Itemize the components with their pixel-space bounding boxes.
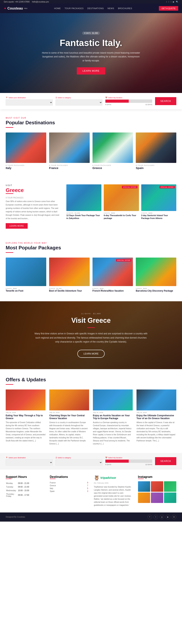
- email-text: hello@cousteau.pro: [32, 1, 49, 3]
- destinations-divider: [50, 479, 56, 479]
- packages-divider: [6, 252, 13, 253]
- greece-card-2[interactable]: SPECIAL OFFER 6 DAYS · $999 6-day Thessa…: [104, 184, 139, 229]
- hero-badge: 9 DAYS · $1,990: [82, 32, 100, 35]
- spain-count: 3: [87, 490, 88, 492]
- greece-learn-more-button[interactable]: LEARN MORE: [6, 223, 28, 229]
- hero-section: 9 DAYS · $1,990 Fantastic Italy. Home to…: [0, 13, 182, 93]
- greece-info: 9 TOUR PACKAGES Greece: [92, 163, 133, 171]
- footer-link-spain[interactable]: Spain 3: [50, 490, 88, 493]
- destinations-divider: [6, 127, 13, 128]
- greece-visit-section: Visit Greece 9 TOUR PACKAGES Over 90% of…: [0, 179, 182, 234]
- duration-slider[interactable]: [105, 100, 152, 103]
- instagram-title: Instagram: [138, 475, 177, 479]
- insta-img-6[interactable]: [164, 492, 176, 503]
- main-nav: ✦ CousteauPRO Home Tour Packages Destina…: [0, 4, 182, 13]
- offer-card-3[interactable]: July 16, 2018 Enjoy an Austria Vacation …: [93, 390, 133, 445]
- vg-cta-button[interactable]: learn more: [77, 350, 104, 358]
- insta-img-1[interactable]: [138, 481, 150, 492]
- vg-text: Many first-time visitors arrive in Greec…: [34, 332, 148, 344]
- greece-card-3-meta: 2 DAYS · $499 2-day Santorini Island Tou…: [141, 211, 176, 221]
- social-yt-icon[interactable]: ▶: [166, 515, 170, 519]
- destination-card-greece[interactable]: 9 TOUR PACKAGES Greece: [92, 132, 133, 171]
- footer-days-max: 12 DAYS: [145, 464, 152, 466]
- support-divider: [6, 479, 11, 479]
- offer-2-text: Greece is a country in southeastern Euro…: [49, 421, 89, 445]
- footer-destination-icon: 📍: [6, 457, 8, 459]
- pkg-2-meta: 8 DAYS · $1,485 Best of Seville Adventur…: [49, 286, 90, 294]
- category-icon: ☰: [56, 97, 57, 99]
- footer-category-label: ☰ Select a category: [56, 457, 102, 459]
- nav-destinations[interactable]: Destinations: [88, 7, 104, 10]
- package-card-3[interactable]: SPECIAL OFFER 6 DAYS · $590 French Rivie…: [92, 258, 133, 294]
- social-gp-icon[interactable]: g: [160, 515, 164, 519]
- tripadvisor-logo: 🦉 tripadvisor: [94, 475, 116, 480]
- time-wednesday: 10:00 - 15:00: [18, 489, 31, 492]
- destination-card-spain[interactable]: 9 TOUR PACKAGES Spain: [136, 132, 176, 171]
- category-select[interactable]: Adventure Cultural Beach: [56, 100, 102, 106]
- search-button[interactable]: search: [155, 97, 176, 105]
- greece-card-3-days: 2 DAYS · $499: [141, 212, 176, 214]
- greece-name: Greece: [92, 166, 133, 170]
- offer-card-2[interactable]: July 16, 2018 Charming Stops for Your Ce…: [49, 390, 89, 445]
- spain-name: Spain: [136, 166, 176, 170]
- offer-3-text: Austria is a German-speaking country in …: [93, 421, 133, 445]
- time-monday: 09:00 - 21:00: [18, 482, 31, 485]
- greece-card-3[interactable]: SPECIAL OFFER 2 DAYS · $499 2-day Santor…: [141, 184, 176, 229]
- yt-icon[interactable]: ▶: [173, 1, 175, 3]
- footer-destination-label: 📍 Select your destination: [6, 457, 53, 459]
- search-bar: 📍 Select your destination Italy France G…: [0, 93, 182, 109]
- packages-grid: 6 DAYS · $995 Tenerife on Foot 8 DAYS · …: [6, 258, 176, 294]
- hero-cta-button[interactable]: learn more: [77, 67, 105, 74]
- social-fb-icon[interactable]: f: [148, 515, 152, 519]
- offer-card-4[interactable]: July 16, 2018 Enjoy the Ultimate Compreh…: [137, 390, 176, 445]
- footer-destination-select[interactable]: Italy France Greece: [6, 460, 53, 466]
- nav-home[interactable]: Home: [54, 7, 61, 10]
- italy-name: Italy: [6, 166, 46, 170]
- social-in-icon[interactable]: in: [172, 515, 176, 519]
- nav-news[interactable]: News: [107, 7, 114, 10]
- vg-title: Visit Greece: [6, 316, 176, 324]
- offer-2-title: Charming Stops for Your Central Greece V…: [49, 414, 89, 420]
- social-tw-icon[interactable]: t: [154, 515, 158, 519]
- offer-card-1[interactable]: July 16, 2018 Eating Your Way Through a …: [6, 390, 45, 445]
- destination-card-france[interactable]: 9 TOUR PACKAGES France: [49, 132, 90, 171]
- insta-img-4[interactable]: [138, 492, 150, 503]
- insta-img-3[interactable]: [164, 481, 176, 492]
- package-card-4[interactable]: 5 DAYS · $435 Barcelona City Discovery P…: [136, 258, 176, 294]
- fb-icon[interactable]: : [166, 1, 167, 3]
- offer-4-date: July 16, 2018: [137, 412, 176, 414]
- greece-card-1[interactable]: 12 DAYS · $1,099 12 Days Greek Tour Pack…: [66, 184, 101, 229]
- greece-text-col: Visit Greece 9 TOUR PACKAGES Over 90% of…: [6, 184, 61, 229]
- ig-icon[interactable]: : [171, 1, 171, 3]
- package-card-1[interactable]: 6 DAYS · $995 Tenerife on Foot: [6, 258, 46, 294]
- italy-info: 9 TOUR PACKAGES Italy: [6, 163, 46, 171]
- vg-divider: [87, 327, 95, 328]
- offer-1-image: [6, 390, 45, 410]
- footer-search-bar: 📍 Select your destination Italy France G…: [0, 453, 182, 469]
- tw-icon[interactable]: : [169, 1, 169, 3]
- package-card-2[interactable]: 8 DAYS · $1,485 Best of Seville Adventur…: [49, 258, 90, 294]
- destination-select[interactable]: Italy France Greece Spain: [6, 100, 53, 106]
- nav-brochures[interactable]: Brochures: [118, 7, 132, 10]
- duration-slider-container: [105, 100, 152, 103]
- footer-bottom: Designed By Cousteau f t g ▶ in: [0, 512, 182, 522]
- footer-category-select[interactable]: [56, 460, 102, 466]
- range-labels: 6 DAYS 12 DAYS: [105, 104, 152, 106]
- search-icon[interactable]: 🔍: [176, 1, 178, 3]
- insta-img-5[interactable]: [151, 492, 163, 503]
- footer-search-button[interactable]: search: [155, 457, 176, 465]
- spain-packages: 9 TOUR PACKAGES: [136, 164, 176, 166]
- nav-cta-button[interactable]: GET A QUOTE: [159, 6, 178, 11]
- footer-link-italy[interactable]: Italy 5: [50, 487, 88, 490]
- destination-card-italy[interactable]: 9 TOUR PACKAGES Italy: [6, 132, 46, 171]
- packages-section-title: Most Popular Packages: [6, 245, 176, 251]
- destination-field: 📍 Select your destination Italy France G…: [6, 97, 53, 106]
- footer-link-greece[interactable]: Greece 7: [50, 484, 88, 487]
- offers-grid: July 16, 2018 Eating Your Way Through a …: [6, 390, 176, 445]
- footer-duration-slider[interactable]: [105, 460, 152, 463]
- italy-count: 5: [87, 487, 88, 490]
- footer-link-france[interactable]: France 9: [50, 481, 88, 484]
- insta-img-2[interactable]: [151, 481, 163, 492]
- offers-title: Offers & Updates: [6, 377, 176, 383]
- nav-tour-packages[interactable]: Tour Packages: [65, 7, 84, 10]
